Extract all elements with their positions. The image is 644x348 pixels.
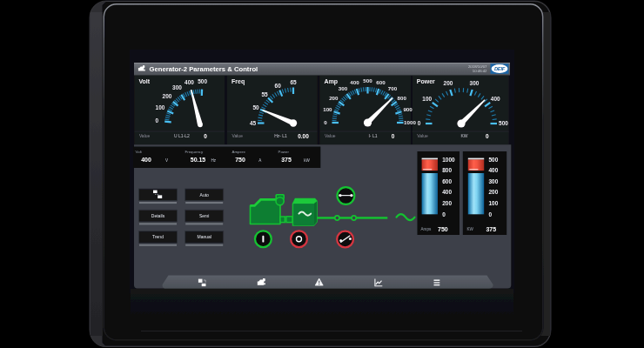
svg-text:kW: kW xyxy=(304,158,310,163)
svg-text:800: 800 xyxy=(398,95,407,101)
svg-text:Volt: Volt xyxy=(138,78,150,84)
svg-text:65: 65 xyxy=(290,79,297,85)
svg-text:10:46:42: 10:46:42 xyxy=(473,69,487,73)
svg-text:Generator-2 Parameters & Contr: Generator-2 Parameters & Control xyxy=(150,65,258,73)
svg-text:100: 100 xyxy=(323,106,332,112)
svg-text:50: 50 xyxy=(252,104,259,110)
svg-text:200: 200 xyxy=(489,189,499,195)
svg-text:300: 300 xyxy=(470,80,480,86)
svg-text:I- L1: I- L1 xyxy=(368,133,377,138)
svg-text:Value: Value xyxy=(417,133,428,138)
svg-text:700: 700 xyxy=(388,85,398,91)
svg-text:400: 400 xyxy=(442,189,452,195)
svg-text:0: 0 xyxy=(489,211,493,218)
svg-text:Volt: Volt xyxy=(136,150,143,154)
svg-text:750: 750 xyxy=(438,226,448,232)
svg-text:1000: 1000 xyxy=(442,157,455,163)
svg-text:Hz: Hz xyxy=(211,158,216,163)
svg-text:KW: KW xyxy=(467,227,474,231)
svg-text:0: 0 xyxy=(418,120,421,126)
svg-text:U L1-L2: U L1-L2 xyxy=(174,133,190,138)
svg-text:Freq: Freq xyxy=(231,78,245,85)
svg-text:400: 400 xyxy=(141,157,151,163)
svg-text:100: 100 xyxy=(489,200,499,206)
svg-text:0: 0 xyxy=(204,133,207,139)
svg-text:1000: 1000 xyxy=(404,119,416,125)
svg-text:Manual: Manual xyxy=(197,234,211,239)
svg-text:Value: Value xyxy=(325,133,336,138)
svg-text:0: 0 xyxy=(155,117,158,124)
svg-text:900: 900 xyxy=(403,106,413,112)
svg-text:Details: Details xyxy=(151,213,165,218)
svg-text:Value: Value xyxy=(232,133,244,138)
svg-text:400: 400 xyxy=(489,167,499,173)
svg-text:Frequency: Frequency xyxy=(185,150,205,154)
svg-text:KW: KW xyxy=(460,133,467,138)
svg-text:400: 400 xyxy=(184,79,194,85)
svg-text:400: 400 xyxy=(491,96,500,102)
svg-text:0: 0 xyxy=(486,133,489,139)
svg-text:375: 375 xyxy=(281,157,292,163)
svg-text:200: 200 xyxy=(163,93,172,99)
svg-text:Semi: Semi xyxy=(199,213,209,218)
svg-text:Auto: Auto xyxy=(200,192,210,197)
svg-text:Trend: Trend xyxy=(152,234,164,239)
svg-text:300: 300 xyxy=(489,178,499,184)
svg-text:Hz- L1: Hz- L1 xyxy=(274,133,287,138)
svg-text:45: 45 xyxy=(250,120,257,126)
svg-text:60: 60 xyxy=(275,83,282,89)
svg-text:500: 500 xyxy=(363,77,372,84)
svg-text:300: 300 xyxy=(172,84,182,90)
svg-text:200: 200 xyxy=(329,95,339,101)
svg-text:500: 500 xyxy=(489,157,499,163)
svg-text:600: 600 xyxy=(442,178,452,184)
svg-text:100: 100 xyxy=(156,104,165,110)
svg-text:0: 0 xyxy=(442,211,446,218)
svg-text:0.00: 0.00 xyxy=(298,133,309,139)
svg-text:55: 55 xyxy=(261,91,268,97)
svg-text:Power: Power xyxy=(278,150,290,154)
svg-text:2018/10/07: 2018/10/07 xyxy=(468,64,487,69)
svg-text:Ampere: Ampere xyxy=(232,150,246,154)
svg-text:Value: Value xyxy=(139,133,151,138)
svg-text:Power: Power xyxy=(417,78,435,84)
svg-text:0: 0 xyxy=(392,133,395,139)
svg-text:Amps: Amps xyxy=(421,227,432,231)
svg-text:800: 800 xyxy=(442,167,452,173)
svg-text:Amp: Amp xyxy=(325,78,339,85)
svg-text:750: 750 xyxy=(235,157,245,163)
svg-text:50.15: 50.15 xyxy=(191,157,206,163)
svg-text:100: 100 xyxy=(422,96,432,102)
svg-text:600: 600 xyxy=(376,79,386,85)
svg-text:500: 500 xyxy=(499,120,508,126)
svg-text:400: 400 xyxy=(350,79,359,85)
svg-text:500: 500 xyxy=(198,78,207,84)
svg-text:200: 200 xyxy=(442,200,452,206)
svg-text:200: 200 xyxy=(444,80,453,86)
svg-text:300: 300 xyxy=(339,85,348,91)
svg-text:0: 0 xyxy=(324,119,327,125)
svg-text:375: 375 xyxy=(486,226,496,232)
svg-text:DEIF: DEIF xyxy=(494,66,506,71)
